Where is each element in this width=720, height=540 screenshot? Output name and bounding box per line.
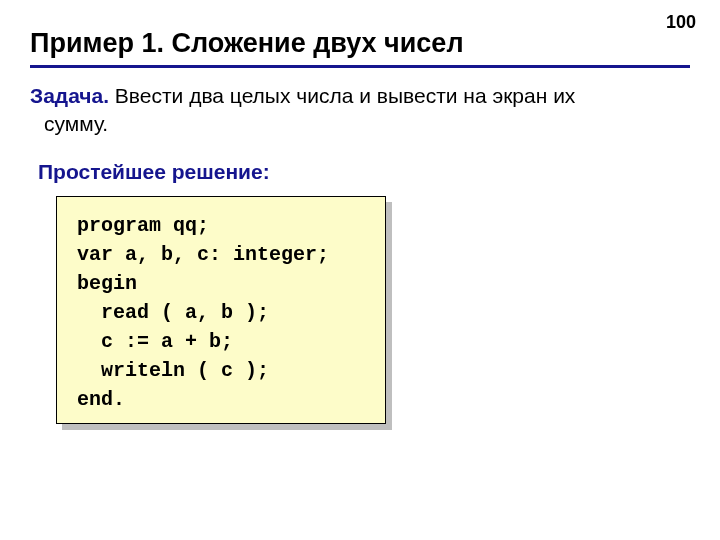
task-text-line2: сумму.	[30, 110, 680, 138]
code-box: program qq; var a, b, c: integer; begin …	[56, 196, 386, 424]
subheading: Простейшее решение:	[38, 160, 270, 184]
code-block: program qq; var a, b, c: integer; begin …	[56, 196, 386, 424]
task-text-line1: Ввести два целых числа и вывести на экра…	[109, 84, 575, 107]
code-text: program qq; var a, b, c: integer; begin …	[77, 211, 365, 414]
task-paragraph: Задача. Ввести два целых числа и вывести…	[30, 82, 680, 139]
slide-title: Пример 1. Сложение двух чисел	[30, 28, 690, 68]
slide: 100 Пример 1. Сложение двух чисел Задача…	[0, 0, 720, 540]
task-label: Задача.	[30, 84, 109, 107]
